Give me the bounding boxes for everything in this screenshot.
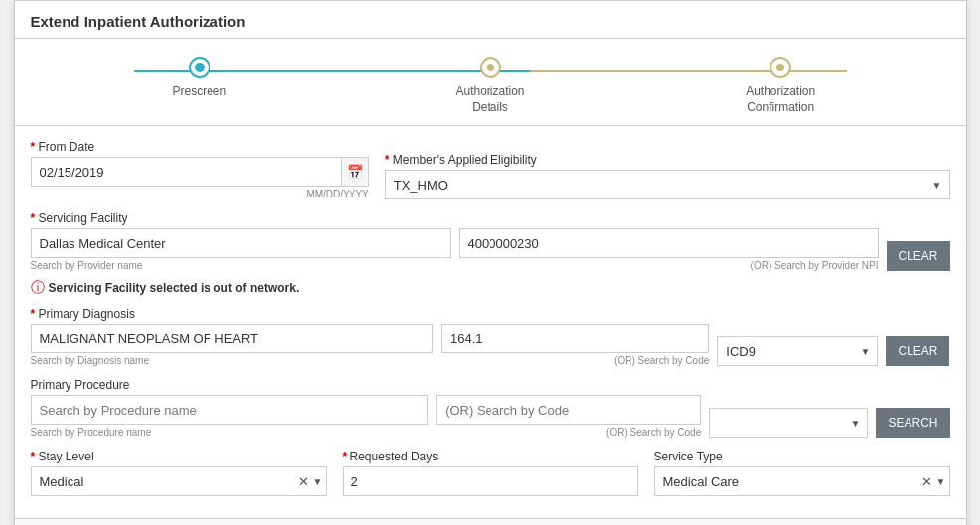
requested-days-input[interactable] (343, 466, 638, 496)
facility-npi-col: (OR) Search by Provider NPI (459, 228, 879, 271)
procedure-code-col: (OR) Search by Code (436, 395, 701, 438)
date-input-row: 📅 (31, 157, 369, 187)
facility-warning-row: ⓘ Servicing Facility selected is out of … (31, 279, 950, 297)
service-type-select[interactable]: Medical Care Dental (654, 466, 950, 496)
procedure-name-input[interactable] (31, 395, 429, 425)
label-servicing-facility: Servicing Facility (31, 211, 950, 225)
stepper-label-prescreen: Prescreen (172, 84, 226, 100)
label-requested-days: Requested Days (343, 450, 638, 463)
stepper-step-auth-confirmation: AuthorizationConfirmation (635, 57, 926, 115)
procedure-name-sublabel: Search by Procedure name (31, 427, 429, 438)
diagnosis-inputs: Search by Diagnosis name (OR) Search by … (31, 324, 950, 366)
diagnosis-name-col: Search by Diagnosis name (31, 324, 433, 366)
label-from-date: From Date (31, 140, 369, 154)
procedure-code-sublabel: (OR) Search by Code (436, 427, 701, 438)
diagnosis-type-col: ICD9 ICD10 (717, 336, 878, 366)
group-service-type: Service Type Medical Care Dental ✕ ▼ (654, 450, 950, 496)
facility-name-sublabel: Search by Provider name (31, 260, 451, 271)
stepper-label-auth-confirmation: AuthorizationConfirmation (746, 84, 815, 115)
stay-level-clear-icon[interactable]: ✕ (298, 474, 309, 489)
eligibility-select-wrapper: TX_HMO TX_PPO (385, 170, 950, 199)
group-requested-days: Requested Days (343, 450, 638, 496)
facility-clear-button[interactable]: CLEAR (887, 241, 950, 271)
procedure-name-col: Search by Procedure name (31, 395, 429, 438)
diagnosis-code-col: (OR) Search by Code (441, 324, 709, 366)
modal-title: Extend Inpatient Authorization (31, 13, 246, 30)
diagnosis-code-sublabel: (OR) Search by Code (441, 355, 709, 366)
facility-name-col: Search by Provider name (31, 228, 451, 271)
eligibility-select[interactable]: TX_HMO TX_PPO (385, 170, 950, 199)
stay-level-select-wrapper: Medical Surgical ✕ ▼ (31, 466, 327, 496)
diagnosis-code-input[interactable] (441, 324, 709, 353)
from-date-input[interactable] (31, 157, 342, 187)
procedure-code-input[interactable] (436, 395, 701, 425)
servicing-facility-inputs: Search by Provider name (OR) Search by P… (31, 228, 950, 271)
warning-icon: ⓘ (31, 279, 45, 297)
extend-inpatient-modal: Extend Inpatient Authorization Prescreen… (14, 0, 967, 525)
calendar-icon[interactable]: 📅 (342, 157, 369, 187)
row-primary-diagnosis: Primary Diagnosis Search by Diagnosis na… (31, 307, 950, 366)
modal-footer: NEXT CANCEL (15, 518, 966, 525)
group-eligibility: Member's Applied Eligibility TX_HMO TX_P… (385, 153, 950, 199)
facility-npi-sublabel: (OR) Search by Provider NPI (459, 260, 879, 271)
procedure-type-wrapper: CPT HCPCS (709, 408, 868, 438)
row-stay-level: Stay Level Medical Surgical ✕ ▼ Requeste… (31, 450, 950, 496)
group-primary-procedure: Primary Procedure Search by Procedure na… (31, 378, 950, 438)
stay-level-select[interactable]: Medical Surgical (31, 466, 327, 496)
group-servicing-facility: Servicing Facility Search by Provider na… (31, 211, 950, 271)
group-from-date: From Date 📅 MM/DD/YYYY (31, 140, 369, 199)
facility-npi-input[interactable] (459, 228, 879, 258)
diagnosis-type-wrapper: ICD9 ICD10 (717, 336, 878, 366)
service-type-select-wrapper: Medical Care Dental ✕ ▼ (654, 466, 950, 496)
procedure-type-col: CPT HCPCS (709, 408, 868, 438)
label-primary-diagnosis: Primary Diagnosis (31, 307, 950, 321)
stepper-step-auth-details: AuthorizationDetails (345, 57, 635, 115)
label-primary-procedure: Primary Procedure (31, 378, 950, 392)
stepper-circle-auth-details (480, 57, 501, 78)
form-area: From Date 📅 MM/DD/YYYY Member's Applied … (15, 125, 966, 518)
label-eligibility: Member's Applied Eligibility (385, 153, 950, 167)
label-service-type: Service Type (654, 450, 950, 463)
service-type-clear-icon[interactable]: ✕ (921, 474, 932, 489)
row-primary-procedure: Primary Procedure Search by Procedure na… (31, 378, 950, 438)
modal-header: Extend Inpatient Authorization (15, 1, 966, 39)
diagnosis-clear-button[interactable]: CLEAR (886, 336, 949, 366)
label-stay-level: Stay Level (31, 450, 327, 463)
facility-name-input[interactable] (31, 228, 451, 258)
group-primary-diagnosis: Primary Diagnosis Search by Diagnosis na… (31, 307, 950, 366)
stepper-circle-prescreen (189, 57, 210, 78)
diagnosis-type-select[interactable]: ICD9 ICD10 (717, 336, 878, 366)
diagnosis-name-input[interactable] (31, 324, 433, 353)
from-date-sublabel: MM/DD/YYYY (31, 189, 369, 199)
stepper: Prescreen AuthorizationDetails Authoriza… (15, 39, 966, 125)
facility-warning-text: Servicing Facility selected is out of ne… (49, 281, 300, 295)
stepper-circle-auth-confirmation (770, 57, 791, 78)
stepper-label-auth-details: AuthorizationDetails (455, 84, 524, 115)
stepper-step-prescreen: Prescreen (55, 57, 346, 100)
row-from-date-eligibility: From Date 📅 MM/DD/YYYY Member's Applied … (31, 140, 950, 199)
procedure-search-button[interactable]: SEARCH (876, 408, 949, 438)
procedure-type-select[interactable]: CPT HCPCS (709, 408, 868, 438)
row-servicing-facility: Servicing Facility Search by Provider na… (31, 211, 950, 271)
diagnosis-name-sublabel: Search by Diagnosis name (31, 355, 433, 366)
procedure-inputs: Search by Procedure name (OR) Search by … (31, 395, 950, 438)
group-stay-level: Stay Level Medical Surgical ✕ ▼ (31, 450, 327, 496)
